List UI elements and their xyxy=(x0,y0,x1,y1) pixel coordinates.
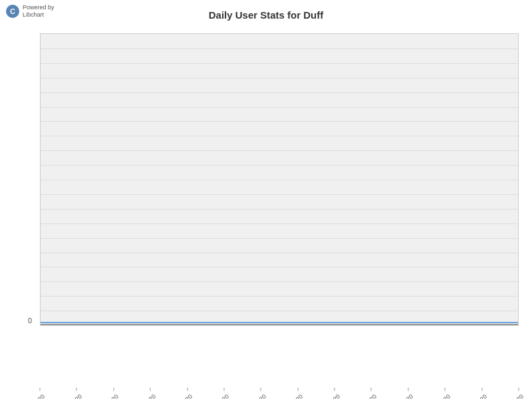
grid-line xyxy=(41,296,518,297)
grid-line xyxy=(41,150,518,151)
x-label-text: 8-Mar-2020 xyxy=(241,393,267,399)
x-axis-label: 11-Mar-2020 xyxy=(371,388,372,392)
grid-line xyxy=(41,165,518,166)
x-axis-label: 6-Mar-2020 xyxy=(187,388,188,392)
grid-line xyxy=(41,194,518,195)
x-tick-mark xyxy=(76,388,77,391)
grid-line xyxy=(41,311,518,311)
x-tick-mark xyxy=(261,388,261,391)
x-label-text: 12-Mar-2020 xyxy=(386,393,415,399)
x-axis-label: 3-Mar-2020 xyxy=(76,388,77,392)
grid-line xyxy=(41,238,518,239)
chart-container: C Powered by Libchart Daily User Stats f… xyxy=(0,0,532,399)
x-axis-label: 8-Mar-2020 xyxy=(261,388,261,392)
grid-line xyxy=(41,63,518,64)
x-tick-mark xyxy=(445,388,446,391)
x-label-text: 15-Mar-2020 xyxy=(496,393,525,399)
x-tick-mark xyxy=(297,388,298,391)
grid-line xyxy=(41,107,518,108)
x-tick-mark xyxy=(113,388,114,391)
x-label-text: 7-Mar-2020 xyxy=(204,393,231,399)
grid-line xyxy=(41,92,518,93)
x-label-text: 2-Mar-2020 xyxy=(20,393,47,399)
grid-line xyxy=(41,281,518,282)
x-label-text: 11-Mar-2020 xyxy=(349,393,378,399)
grid-line xyxy=(41,209,518,209)
zero-baseline xyxy=(41,324,518,325)
x-axis-label: 15-Mar-2020 xyxy=(519,388,519,392)
grid-line xyxy=(41,267,518,267)
x-tick-mark xyxy=(519,388,519,391)
grid-line xyxy=(41,180,518,180)
x-axis-label: 2-Mar-2020 xyxy=(40,388,41,392)
x-tick-mark xyxy=(481,388,482,391)
x-label-text: 13-Mar-2020 xyxy=(422,393,452,399)
grid-line xyxy=(41,253,518,253)
data-series-line xyxy=(41,322,518,323)
x-axis-label: 10-Mar-2020 xyxy=(334,388,335,392)
x-tick-mark xyxy=(150,388,151,391)
x-axis-label: 12-Mar-2020 xyxy=(408,388,408,392)
x-tick-mark xyxy=(40,388,41,391)
x-label-text: 5-Mar-2020 xyxy=(130,393,157,399)
chart-plot-area xyxy=(40,33,519,326)
y-axis-zero-label: 0 xyxy=(28,317,32,325)
x-axis: 2-Mar-20203-Mar-20204-Mar-20205-Mar-2020… xyxy=(40,326,519,392)
grid-line xyxy=(41,78,518,78)
x-label-text: 9-Mar-2020 xyxy=(277,393,304,399)
x-label-text: 14-Mar-2020 xyxy=(460,393,489,399)
x-label-text: 4-Mar-2020 xyxy=(93,393,120,399)
grid-line xyxy=(41,223,518,224)
x-tick-mark xyxy=(334,388,335,391)
x-axis-label: 13-Mar-2020 xyxy=(445,388,446,392)
chart-title: Daily User Stats for Duff xyxy=(0,9,532,21)
x-axis-label: 14-Mar-2020 xyxy=(481,388,482,392)
x-tick-mark xyxy=(408,388,408,391)
x-label-text: 6-Mar-2020 xyxy=(167,393,194,399)
x-label-text: 10-Mar-2020 xyxy=(312,393,341,399)
x-tick-mark xyxy=(187,388,188,391)
x-axis-label: 4-Mar-2020 xyxy=(113,388,114,392)
x-tick-mark xyxy=(371,388,372,391)
grid-line xyxy=(41,121,518,122)
x-label-text: 3-Mar-2020 xyxy=(57,393,83,399)
grid-line xyxy=(41,136,518,136)
x-axis-label: 7-Mar-2020 xyxy=(223,388,224,392)
x-tick-mark xyxy=(223,388,224,391)
x-axis-label: 5-Mar-2020 xyxy=(150,388,151,392)
grid-lines xyxy=(41,34,518,325)
x-axis-label: 9-Mar-2020 xyxy=(297,388,298,392)
grid-line xyxy=(41,49,518,49)
